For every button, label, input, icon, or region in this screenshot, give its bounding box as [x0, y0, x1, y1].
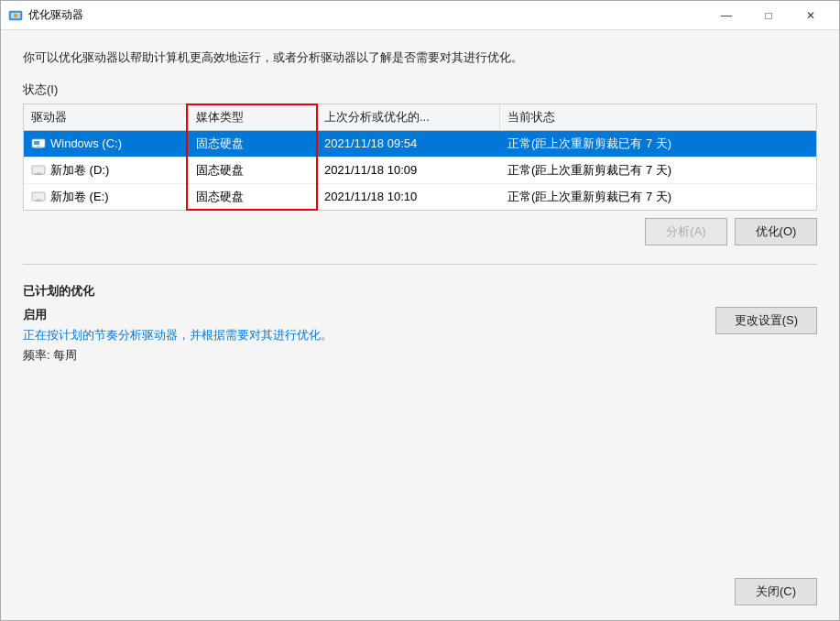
window-controls: — □ ✕: [705, 1, 832, 30]
svg-rect-11: [37, 199, 40, 201]
col-last-optimized: 上次分析或优化的...: [317, 104, 500, 130]
table-actions: 分析(A) 优化(O): [23, 211, 817, 245]
footer: 关闭(C): [1, 569, 839, 620]
change-settings-button[interactable]: 更改设置(S): [715, 307, 817, 334]
table-body: Windows (C:) 固态硬盘 2021/11/18 09:54 正常(距上…: [24, 131, 816, 210]
table-row[interactable]: Windows (C:) 固态硬盘 2021/11/18 09:54 正常(距上…: [24, 131, 816, 158]
status-cell-2: 正常(距上次重新剪裁已有 7 天): [500, 184, 816, 210]
drive-table: 驱动器 媒体类型 上次分析或优化的... 当前状态: [23, 104, 817, 211]
scheduled-content: 启用 正在按计划的节奏分析驱动器，并根据需要对其进行优化。 频率: 每周 更改设…: [23, 307, 817, 364]
window-title: 优化驱动器: [28, 7, 705, 23]
main-window: 优化驱动器 — □ ✕ 你可以优化驱动器以帮助计算机更高效地运行，或者分析驱动器…: [0, 0, 840, 621]
svg-rect-6: [35, 147, 42, 148]
section-divider: [23, 264, 817, 265]
last-opt-cell-2: 2021/11/18 10:10: [317, 184, 500, 210]
table-header: 驱动器 媒体类型 上次分析或优化的... 当前状态: [24, 104, 816, 131]
media-type-cell-0: 固态硬盘: [189, 131, 317, 157]
media-type-cell-1: 固态硬盘: [189, 158, 317, 183]
scheduled-status: 启用: [23, 307, 333, 323]
last-opt-cell-0: 2021/11/18 09:54: [317, 131, 500, 157]
scheduled-section: 已计划的优化 启用 正在按计划的节奏分析驱动器，并根据需要对其进行优化。 频率:…: [23, 283, 817, 364]
drive-table-section: 驱动器 媒体类型 上次分析或优化的... 当前状态: [23, 104, 817, 211]
windows-drive-icon: [31, 136, 46, 151]
drive-icon: [31, 190, 46, 204]
table-row[interactable]: 新加卷 (E:) 固态硬盘 2021/11/18 10:10 正常(距上次重新剪…: [24, 184, 816, 210]
col-status: 当前状态: [500, 104, 816, 130]
svg-rect-9: [35, 174, 42, 175]
scheduled-desc: 正在按计划的节奏分析驱动器，并根据需要对其进行优化。: [23, 327, 333, 343]
window-icon: [8, 8, 23, 23]
drive-name-cell: Windows (C:): [24, 131, 189, 157]
minimize-button[interactable]: —: [705, 1, 747, 30]
main-content: 你可以优化驱动器以帮助计算机更高效地运行，或者分析驱动器以了解是否需要对其进行优…: [1, 30, 839, 569]
media-type-cell-2: 固态硬盘: [189, 184, 317, 210]
drive-icon: [31, 163, 46, 178]
close-button[interactable]: ✕: [790, 1, 832, 30]
close-dialog-button[interactable]: 关闭(C): [735, 578, 817, 605]
svg-rect-12: [35, 201, 42, 202]
drive-name-cell: 新加卷 (E:): [24, 184, 189, 210]
description-text: 你可以优化驱动器以帮助计算机更高效地运行，或者分析驱动器以了解是否需要对其进行优…: [23, 49, 817, 67]
col-media-type: 媒体类型: [189, 104, 317, 130]
col-drive: 驱动器: [24, 104, 189, 130]
maximize-button[interactable]: □: [747, 1, 790, 30]
svg-point-2: [14, 14, 17, 17]
last-opt-cell-1: 2021/11/18 10:09: [317, 158, 500, 183]
svg-rect-8: [37, 172, 40, 174]
optimize-button[interactable]: 优化(O): [735, 218, 817, 245]
status-cell-0: 正常(距上次重新剪裁已有 7 天): [500, 131, 816, 157]
status-section: 状态(I) 驱动器 媒体类型 上次分析或优化的... 当前状态: [23, 82, 817, 245]
scheduled-frequency: 频率: 每周: [23, 347, 333, 364]
svg-rect-4: [34, 141, 39, 145]
svg-rect-5: [37, 146, 40, 147]
drive-name-cell: 新加卷 (D:): [24, 158, 189, 183]
status-cell-1: 正常(距上次重新剪裁已有 7 天): [500, 158, 816, 183]
scheduled-title: 已计划的优化: [23, 283, 817, 300]
table-row[interactable]: 新加卷 (D:) 固态硬盘 2021/11/18 10:09 正常(距上次重新剪…: [24, 158, 816, 184]
analyze-button[interactable]: 分析(A): [645, 218, 727, 245]
title-bar: 优化驱动器 — □ ✕: [1, 1, 839, 30]
scheduled-info: 启用 正在按计划的节奏分析驱动器，并根据需要对其进行优化。 频率: 每周: [23, 307, 333, 364]
status-label: 状态(I): [23, 82, 817, 98]
